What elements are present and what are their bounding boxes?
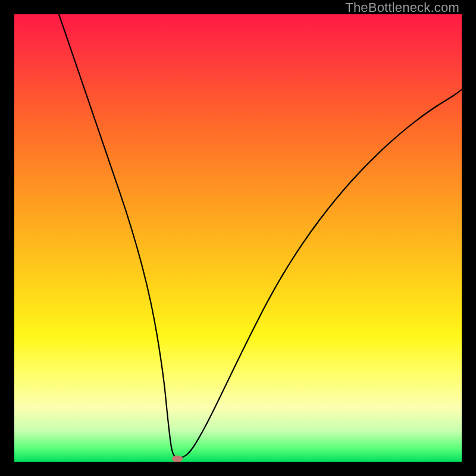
- chart-frame: TheBottleneck.com: [0, 0, 476, 476]
- plot-area: [14, 14, 462, 462]
- minimum-marker: [172, 456, 183, 462]
- bottleneck-curve: [14, 14, 462, 462]
- watermark-text: TheBottleneck.com: [345, 0, 459, 15]
